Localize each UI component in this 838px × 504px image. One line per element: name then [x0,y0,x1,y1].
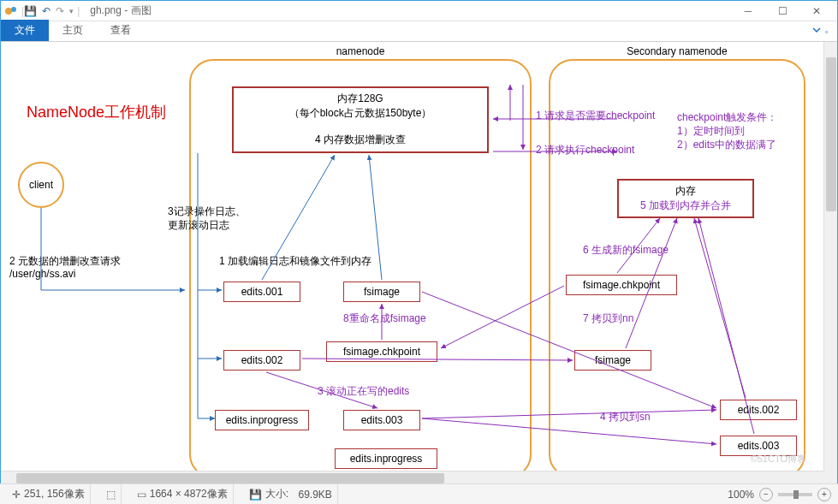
namenode-memory-box: 内存128G （每个block占元数据150byte） 4 内存数据增删改查 [232,86,489,153]
step-roll-label: 3 滚动正在写的edits [318,384,409,399]
qat-divider: | [77,5,80,17]
maximize-button[interactable]: ☐ [765,1,799,21]
window-title: gh.png - 画图 [90,3,151,18]
snn-edits002-box: edits.002 [720,400,797,420]
zoom-in-button[interactable]: + [817,488,831,501]
secondary-memory-box: 内存 5 加载到内存并合并 [617,179,754,218]
snn-fsimage-chkpoint-box: fsimage.chkpoint [566,275,677,295]
tab-home[interactable]: 主页 [49,20,97,41]
close-button[interactable]: ✕ [799,1,834,21]
quick-access-toolbar: 💾 ↶ ↷ ▾ [24,5,74,17]
secondary-namenode-label: Secondary namenode [627,45,727,57]
step3-label-1: 3记录操作日志、 [168,205,246,219]
step-copy-sn-label: 4 拷贝到sn [600,410,651,424]
edits002-box: edits.002 [223,350,300,371]
edits001-box: edits.001 [223,282,300,302]
title-bar: | 💾 ↶ ↷ ▾ | gh.png - 画图 ─ ☐ ✕ [1,1,837,21]
step1-label: 1 请求是否需要checkpoint [536,109,655,123]
scrollbar-thumb[interactable] [16,473,444,483]
save-icon[interactable]: 💾 [24,5,37,17]
canvas[interactable]: NameNode工作机制 client namenode Secondary n… [1,42,823,471]
file-size: 💾 大小: 69.9KB [244,484,338,504]
cursor-position: ✛ 251, 156像素 [7,484,91,504]
zoom-controls: 100% − + [728,488,831,501]
step3-label-2: 更新滚动日志 [168,218,229,233]
selection-size: ⬚ [101,484,122,504]
help-dropdown-icon[interactable]: ◦ [803,21,837,41]
step-req-label: 2 元数据的增删改查请求 [9,254,121,269]
status-bar: ✛ 251, 156像素 ⬚ ▭ 1664 × 4872像素 💾 大小: 69.… [0,483,838,504]
step2-label: 2 请求执行checkpoint [536,143,634,157]
svg-point-0 [5,8,12,15]
snn-fsimage-box: fsimage [574,350,651,371]
step-load-label: 1 加载编辑日志和镜像文件到内存 [219,254,371,269]
edits-inprogress-box: edits.inprogress [215,410,309,430]
zoom-level: 100% [728,489,754,501]
scrollbar-thumb[interactable] [826,57,836,211]
undo-icon[interactable]: ↶ [42,5,51,17]
edits003-box: edits.003 [343,410,420,430]
fsimage-chkpoint-box: fsimage.chkpoint [326,341,437,362]
horizontal-scrollbar[interactable] [1,471,823,484]
canvas-viewport: NameNode工作机制 client namenode Secondary n… [1,42,837,484]
dimensions-icon: ▭ [137,489,146,501]
step-gen-label: 6 生成新的fsimage [583,243,669,258]
fsimage-box: fsimage [343,282,420,302]
step-req-path-label: /user/gh/ss.avi [9,268,75,280]
crosshair-icon: ✛ [12,489,21,501]
tab-view[interactable]: 查看 [97,20,145,41]
step-copy-nn-label: 7 拷贝到nn [583,311,633,326]
diagram: NameNode工作机制 client namenode Secondary n… [1,42,823,471]
tab-file[interactable]: 文件 [1,20,49,41]
diagram-title: NameNode工作机制 [27,102,166,122]
vertical-scrollbar[interactable] [823,42,837,471]
selection-icon: ⬚ [106,489,116,501]
qat-dropdown-icon[interactable]: ▾ [69,7,74,15]
trigger-label-3: 2）edits中的数据满了 [677,138,776,152]
disk-icon: 💾 [249,489,262,501]
ribbon-tabs: 文件 主页 查看 ◦ [1,21,837,42]
zoom-out-button[interactable]: − [759,488,773,501]
trigger-label-1: checkpoint触发条件： [677,110,777,125]
trigger-label-2: 1）定时时间到 [677,124,745,139]
scroll-corner [823,471,837,484]
watermark: ©51CTO博客 [751,453,806,465]
namenode-label: namenode [336,45,385,57]
edits-inprogress2-box: edits.inprogress [335,448,437,469]
app-icon [4,4,18,18]
svg-point-1 [11,7,16,12]
minimize-button[interactable]: ─ [731,1,765,21]
canvas-dimensions: ▭ 1664 × 4872像素 [132,484,234,504]
window-controls: ─ ☐ ✕ [731,1,834,21]
step-rename-label: 8重命名成fsimage [343,311,426,326]
redo-icon[interactable]: ↷ [56,5,64,17]
client-node: client [18,162,64,208]
zoom-slider[interactable] [778,493,812,496]
